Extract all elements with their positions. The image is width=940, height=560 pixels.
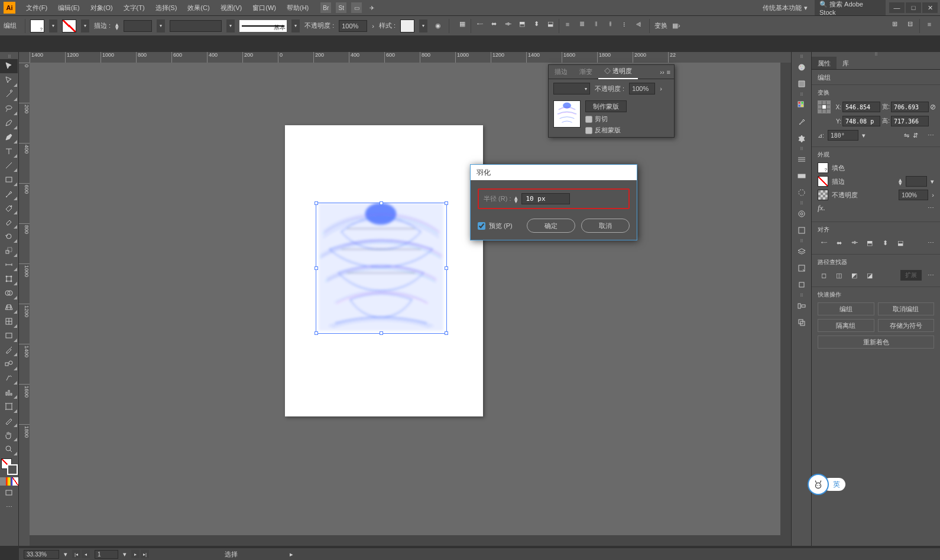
artboards-icon[interactable] bbox=[793, 277, 811, 292]
handle-br[interactable] bbox=[445, 331, 448, 335]
slice-tool[interactable] bbox=[0, 414, 18, 428]
transform-popup[interactable]: ▦› bbox=[672, 22, 680, 30]
graphic-style[interactable] bbox=[400, 19, 414, 32]
align-left-icon[interactable]: ⬳ bbox=[474, 19, 485, 30]
angle-input[interactable] bbox=[828, 130, 858, 141]
appearance-more-icon[interactable]: ⋯ bbox=[928, 204, 934, 212]
cancel-button[interactable]: 取消 bbox=[581, 219, 630, 233]
brushes-icon[interactable] bbox=[793, 114, 811, 129]
edit-icon[interactable]: ⊟ bbox=[904, 19, 916, 30]
reference-point[interactable] bbox=[818, 100, 831, 113]
hand-tool[interactable] bbox=[0, 428, 18, 442]
pathfinder-icon[interactable] bbox=[793, 315, 811, 330]
gradient-tool[interactable] bbox=[0, 328, 18, 343]
eraser-tool[interactable] bbox=[0, 215, 18, 229]
menu-type[interactable]: 文字(T) bbox=[119, 1, 150, 15]
fill-dropdown[interactable]: ▾ bbox=[49, 19, 57, 32]
horizontal-scrollbar[interactable] bbox=[30, 535, 791, 546]
var-width-profile[interactable] bbox=[170, 20, 222, 32]
maximize-button[interactable]: □ bbox=[906, 2, 921, 13]
flip-v-icon[interactable]: ⇵ bbox=[913, 132, 918, 139]
dist-5-icon[interactable]: ⫶ bbox=[618, 19, 630, 30]
symbols-icon[interactable] bbox=[793, 131, 811, 146]
stroke-dropdown[interactable]: ▾ bbox=[81, 19, 89, 32]
x-input[interactable] bbox=[842, 102, 880, 112]
var-width-dd[interactable]: ▾ bbox=[226, 19, 235, 32]
pf-expand[interactable]: 扩展 bbox=[900, 270, 922, 281]
props-grip[interactable]: ⠿ bbox=[812, 52, 940, 57]
stroke-down[interactable]: ▾ bbox=[115, 26, 119, 30]
qa-save-symbol-button[interactable]: 存储为符号 bbox=[878, 319, 935, 332]
transform-label[interactable]: 变换 bbox=[654, 21, 667, 30]
selection-tool[interactable] bbox=[0, 59, 18, 73]
make-mask-button[interactable]: 制作蒙版 bbox=[585, 100, 627, 112]
shaper-tool[interactable] bbox=[0, 201, 18, 215]
blend-tool[interactable] bbox=[0, 357, 18, 371]
qa-isolate-button[interactable]: 隔离组 bbox=[818, 319, 874, 332]
align-b-icon[interactable]: ⬓ bbox=[894, 237, 906, 248]
stroke-weight-input[interactable] bbox=[124, 20, 152, 32]
y-input[interactable] bbox=[842, 116, 880, 126]
type-tool[interactable] bbox=[0, 144, 18, 158]
opacity-value-prop[interactable]: 100% bbox=[899, 190, 928, 200]
gradient-tab[interactable]: 渐变 bbox=[573, 65, 598, 79]
rectangle-tool[interactable] bbox=[0, 172, 18, 187]
direct-selection-tool[interactable] bbox=[0, 73, 18, 87]
color-panel-icon[interactable] bbox=[793, 60, 811, 75]
zoom-input[interactable] bbox=[24, 550, 59, 559]
layers-icon[interactable] bbox=[793, 244, 811, 259]
arrange-icon[interactable]: ▭ bbox=[351, 2, 362, 13]
paintbrush-tool[interactable] bbox=[0, 187, 18, 201]
trans-thumbnail[interactable] bbox=[553, 100, 581, 128]
first-artboard-button[interactable]: |◂ bbox=[72, 550, 80, 558]
dock-grip-2[interactable]: ⠿ bbox=[792, 92, 811, 97]
preview-checkbox[interactable] bbox=[478, 222, 485, 230]
dist-3-icon[interactable]: ⫴ bbox=[590, 19, 602, 30]
eyedropper-tool[interactable] bbox=[0, 343, 18, 357]
handle-ml[interactable] bbox=[315, 266, 318, 270]
ok-button[interactable]: 确定 bbox=[527, 219, 575, 233]
pen-tool[interactable] bbox=[0, 116, 18, 130]
panel-menu-icon[interactable]: ≡ bbox=[667, 69, 670, 76]
h-input[interactable] bbox=[891, 116, 929, 126]
last-artboard-button[interactable]: ▸| bbox=[141, 550, 149, 558]
next-artboard-button[interactable]: ▸ bbox=[131, 550, 140, 558]
radius-input[interactable] bbox=[521, 193, 570, 204]
libraries-tab[interactable]: 库 bbox=[837, 57, 855, 69]
angle-dd[interactable]: ▾ bbox=[862, 132, 866, 139]
recolor-icon[interactable]: ◉ bbox=[432, 21, 444, 31]
scale-tool[interactable] bbox=[0, 243, 18, 258]
align-l-icon[interactable]: ⬳ bbox=[818, 237, 829, 248]
stroke-weight-prop[interactable] bbox=[906, 176, 927, 187]
magic-wand-tool[interactable] bbox=[0, 87, 18, 102]
ruler-origin[interactable] bbox=[19, 52, 30, 63]
opacity-swatch[interactable] bbox=[818, 190, 828, 200]
align-top-icon[interactable]: ⬒ bbox=[516, 19, 528, 30]
menu-view[interactable]: 视图(V) bbox=[216, 1, 247, 15]
dock-grip-3[interactable]: ⠿ bbox=[792, 146, 811, 151]
dock-grip-4[interactable]: ⠿ bbox=[792, 201, 811, 206]
dock-grip-6[interactable]: ⠿ bbox=[792, 293, 811, 298]
brush-dd[interactable]: ▾ bbox=[291, 19, 300, 32]
menu-file[interactable]: 文件(F) bbox=[21, 1, 52, 15]
opacity-popup[interactable]: › bbox=[372, 22, 374, 30]
bridge-icon[interactable]: Br bbox=[320, 2, 331, 13]
stroke-dd-prop[interactable]: ▾ bbox=[931, 178, 934, 185]
fx-label[interactable]: fx. bbox=[818, 203, 825, 213]
prefs-icon[interactable]: ≡ bbox=[923, 19, 935, 30]
radius-down[interactable]: ▾ bbox=[514, 199, 518, 203]
handle-bm[interactable] bbox=[380, 331, 383, 335]
zoom-dd[interactable]: ▾ bbox=[64, 551, 67, 558]
dist-1-icon[interactable]: ≡ bbox=[562, 19, 573, 30]
perspective-tool[interactable] bbox=[0, 300, 18, 314]
dist-6-icon[interactable]: ⫷ bbox=[633, 19, 644, 30]
properties-tab[interactable]: 属性 bbox=[812, 57, 837, 69]
flip-h-icon[interactable]: ⇋ bbox=[904, 132, 909, 139]
vertical-scrollbar[interactable] bbox=[780, 63, 791, 535]
style-dd[interactable]: ▾ bbox=[419, 19, 427, 32]
stroke-panel-icon[interactable] bbox=[793, 152, 811, 167]
lasso-tool[interactable] bbox=[0, 102, 18, 116]
width-tool[interactable] bbox=[0, 258, 18, 272]
fill-stroke-swatches[interactable] bbox=[1, 458, 18, 475]
stroke-swatch-prop[interactable] bbox=[818, 176, 828, 187]
